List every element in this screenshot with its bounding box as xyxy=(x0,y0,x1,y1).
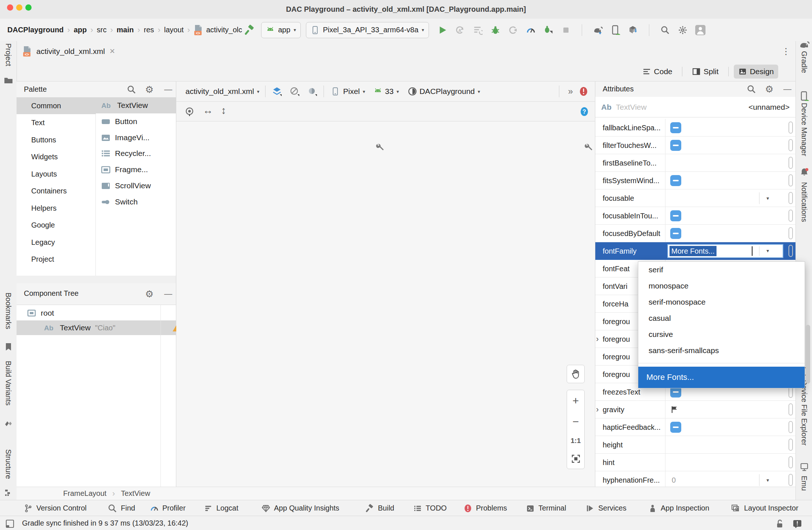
breadcrumb-item[interactable]: app xyxy=(74,26,87,34)
bookmarks-icon[interactable] xyxy=(4,342,12,351)
gradle-sync-icon[interactable] xyxy=(592,25,603,36)
maximize-window-button[interactable] xyxy=(25,4,32,11)
editor-breadcrumb-item[interactable]: TextView xyxy=(121,489,150,498)
pick-resource-button[interactable] xyxy=(788,210,793,222)
palette-category-layouts[interactable]: Layouts xyxy=(17,166,96,182)
chevron-down-icon[interactable]: ▾ xyxy=(766,248,769,254)
gear-icon[interactable]: ⚙ xyxy=(145,288,154,300)
palette-component-recycler[interactable]: Recycler... xyxy=(96,145,176,161)
night-mode-icon[interactable] xyxy=(307,86,318,97)
sdk-manager-icon[interactable] xyxy=(628,25,639,36)
palette-category-project[interactable]: Project xyxy=(17,251,96,268)
toolwindow-bookmarks[interactable]: Bookmarks xyxy=(4,293,12,329)
pick-resource-button[interactable] xyxy=(788,139,793,151)
attribute-row-height[interactable]: height xyxy=(595,436,795,454)
toolwindow-emu[interactable]: Emu xyxy=(800,476,808,491)
design-file-select[interactable]: activity_old_xml.xml xyxy=(185,87,254,96)
design-mode-icon[interactable] xyxy=(271,86,282,97)
search-icon[interactable] xyxy=(747,84,756,94)
window-icon[interactable] xyxy=(4,518,15,529)
chevron-down-icon[interactable]: ▾ xyxy=(766,195,769,201)
build-hammer-icon[interactable] xyxy=(244,25,255,36)
attribute-row-fontfamily[interactable]: fontFamilyMore Fonts...▾ xyxy=(595,242,795,260)
pick-resource-button[interactable] xyxy=(788,456,793,468)
attribute-row-filtertouchesw[interactable]: filterTouchesW... xyxy=(595,137,795,154)
attribute-row-gravity[interactable]: ›gravity xyxy=(595,401,795,418)
more-fonts-option[interactable]: More Fonts... xyxy=(638,367,805,388)
pick-resource-button[interactable] xyxy=(788,439,793,451)
api-level-select[interactable]: 33 xyxy=(385,87,393,96)
issues-badge[interactable] xyxy=(578,86,589,97)
palette-component-fragme[interactable]: Fragme... xyxy=(96,161,176,178)
scrollbar-thumb[interactable] xyxy=(806,325,810,384)
breadcrumb-item[interactable]: main xyxy=(117,26,134,34)
device-manager-icon[interactable] xyxy=(610,25,621,36)
palette-category-google[interactable]: Google xyxy=(17,217,96,234)
toolwindow-button-version-control[interactable]: Version Control xyxy=(24,500,87,516)
run-config-select[interactable]: app ▾ xyxy=(261,22,301,38)
font-option-cursive[interactable]: cursive xyxy=(638,326,805,342)
toolwindow-button-terminal[interactable]: Terminal xyxy=(526,500,566,516)
tools-attribute-badge[interactable] xyxy=(670,122,681,133)
font-option-monospace[interactable]: monospace xyxy=(638,278,805,294)
font-option-serif-monospace[interactable]: serif-monospace xyxy=(638,294,805,310)
search-icon[interactable] xyxy=(127,85,136,94)
attribute-row-focusableintou[interactable]: focusableInTou... xyxy=(595,207,795,225)
build-variants-icon[interactable] xyxy=(4,420,13,429)
toolbar-overflow-icon[interactable]: » xyxy=(568,86,573,97)
toolwindow-button-services[interactable]: Services xyxy=(586,500,627,516)
toolwindow-device-file-explorer[interactable]: Device File Explorer xyxy=(800,380,808,446)
attribute-row-fallbacklinespa[interactable]: fallbackLineSpa... xyxy=(595,119,795,137)
zoom-actual-button[interactable]: 1:1 xyxy=(571,437,581,445)
stop-icon[interactable] xyxy=(560,25,571,36)
minimize-window-button[interactable] xyxy=(16,4,22,11)
pick-resource-button[interactable] xyxy=(788,403,793,415)
pick-resource-button[interactable] xyxy=(788,121,793,134)
expander-icon[interactable]: › xyxy=(596,334,599,344)
palette-component-switch[interactable]: Switch xyxy=(96,194,176,210)
palette-component-button[interactable]: Button xyxy=(96,113,176,130)
tools-attribute-badge[interactable] xyxy=(670,175,681,186)
breadcrumb-item[interactable]: res xyxy=(144,26,154,34)
palette-component-textview[interactable]: AbTextView xyxy=(96,97,176,113)
tree-item-root[interactable]: root xyxy=(17,306,171,320)
pick-resource-button[interactable] xyxy=(788,474,793,486)
theme-select[interactable]: DACPlayground xyxy=(419,87,475,96)
toolwindow-button-profiler[interactable]: Profiler xyxy=(150,500,185,516)
attach-debug-process-icon[interactable] xyxy=(543,25,554,36)
structure-icon[interactable] xyxy=(4,488,13,497)
device-select[interactable]: Pixel_3a_API_33_arm64-v8a ▾ xyxy=(306,22,429,38)
chevron-down-icon[interactable]: ▾ xyxy=(766,477,769,483)
gear-icon[interactable]: ⚙ xyxy=(145,84,154,95)
profiler-icon[interactable] xyxy=(525,25,536,36)
toolwindow-gradle[interactable]: Gradle xyxy=(800,51,808,73)
project-folder-icon[interactable] xyxy=(4,76,13,85)
font-option-casual[interactable]: casual xyxy=(638,310,805,326)
pick-resource-button[interactable] xyxy=(788,421,793,433)
attribute-row-hapticfeedback[interactable]: hapticFeedback... xyxy=(595,418,795,436)
zoom-in-button[interactable]: + xyxy=(573,395,579,407)
minimize-panel-icon[interactable]: — xyxy=(164,85,172,94)
search-icon[interactable] xyxy=(660,25,671,36)
toolwindow-button-app-quality-insights[interactable]: App Quality Insights xyxy=(261,500,339,516)
view-mode-design[interactable]: Design xyxy=(734,65,778,79)
palette-category-common[interactable]: Common xyxy=(17,97,96,114)
device-manager-icon[interactable] xyxy=(800,91,809,101)
font-option-sans-serif-smallcaps[interactable]: sans-serif-smallcaps xyxy=(638,342,805,359)
close-window-button[interactable] xyxy=(7,4,13,11)
tools-attribute-badge[interactable] xyxy=(670,140,681,151)
palette-category-buttons[interactable]: Buttons xyxy=(17,131,96,148)
editor-breadcrumb-item[interactable]: FrameLayout xyxy=(63,489,107,498)
palette-category-text[interactable]: Text xyxy=(17,115,96,131)
apply-changes-icon[interactable]: A xyxy=(455,25,466,36)
avatar-icon[interactable] xyxy=(695,25,706,36)
gear-icon[interactable] xyxy=(677,25,688,36)
pan-tool-button[interactable] xyxy=(567,365,585,383)
tools-attribute-badge[interactable] xyxy=(670,210,681,221)
tools-attribute-badge[interactable] xyxy=(670,422,681,433)
toolwindow-button-build[interactable]: Build xyxy=(365,500,394,516)
toolwindow-button-problems[interactable]: Problems xyxy=(463,500,507,516)
notifications-icon[interactable] xyxy=(800,167,809,177)
toolwindow-notifications[interactable]: Notifications xyxy=(800,182,808,222)
palette-category-helpers[interactable]: Helpers xyxy=(17,200,96,217)
